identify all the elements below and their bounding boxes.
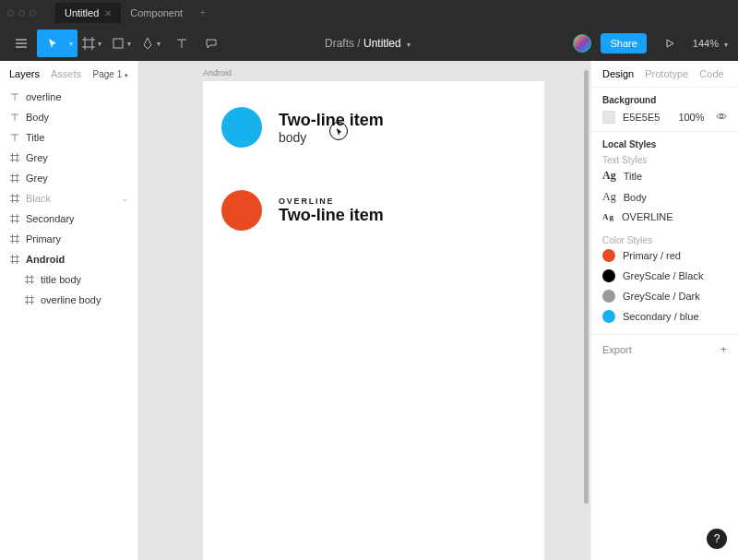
layer-name: Grey [26,173,48,184]
present-icon[interactable] [656,30,684,57]
layer-name: Grey [26,152,48,163]
item-title: Two-line item [279,206,384,225]
svg-rect-11 [113,39,123,48]
text-style-title[interactable]: AgTitle [602,165,727,186]
background-hex[interactable]: E5E5E5 [623,112,660,123]
text-layer-icon [9,112,20,123]
tab-component[interactable]: Component [121,3,192,23]
window-min-icon[interactable] [18,10,25,17]
frame-layer-icon [9,152,20,163]
color-dot-icon [602,290,615,303]
avatar-circle-icon [221,190,262,231]
color-swatch-icon[interactable] [602,111,615,124]
layer-name: Black [26,193,51,204]
breadcrumb[interactable]: Drafts / Untitled ▾ [325,37,413,50]
color-dot-icon [602,310,615,323]
layer-name: Body [26,112,49,123]
frame-layer-icon [9,193,20,204]
frame-label: Android [203,68,232,77]
layer-row[interactable]: overline [0,87,137,107]
shape-tool[interactable]: ▾ [109,30,137,57]
color-style-primary[interactable]: Primary / red [602,245,727,266]
tab-untitled[interactable]: Untitled ✕ [55,3,121,23]
layer-name: Secondary [26,213,75,224]
layer-row[interactable]: Title [0,127,137,148]
ag-icon: Ag [602,212,614,221]
layer-name: title body [41,274,81,285]
layer-row[interactable]: title body [0,269,137,290]
layer-name: Title [26,132,44,143]
scrollbar-vertical[interactable] [584,70,589,504]
tab-assets[interactable]: Assets [51,68,81,79]
text-tool[interactable] [168,30,196,57]
layer-row[interactable]: overline body [0,290,137,310]
breadcrumb-current: Untitled [363,37,401,50]
help-button[interactable]: ? [707,529,727,549]
tab-label: Component [130,7,183,18]
tab-prototype[interactable]: Prototype [645,68,688,79]
chevron-down-icon[interactable]: ▾ [404,41,413,49]
pen-tool[interactable]: ▾ [138,30,166,57]
svg-point-52 [720,114,722,117]
canvas[interactable]: Android Two-line item body OVERLINE Two-… [138,61,590,560]
color-style-dark[interactable]: GreyScale / Dark [602,286,727,306]
layer-row[interactable]: Black⌄ [0,188,137,209]
color-styles-label: Color Styles [602,235,727,245]
layers-panel: Layers Assets Page 1 ▾ overlineBodyTitle… [0,61,138,560]
tab-code[interactable]: Code [699,68,723,79]
eye-icon[interactable] [716,111,727,124]
plus-icon[interactable]: + [720,342,727,356]
background-label: Background [602,95,727,105]
layer-row[interactable]: Android [0,249,137,269]
ag-icon: Ag [602,169,616,183]
layer-name: overline body [41,294,101,305]
local-styles-label: Local Styles [602,139,727,149]
window-close-icon[interactable] [7,10,14,17]
text-style-body[interactable]: AgBody [602,186,727,208]
layer-row[interactable]: Grey [0,168,137,188]
text-style-overline[interactable]: AgOVERLINE [602,208,727,226]
layer-row[interactable]: Body [0,107,137,127]
text-styles-label: Text Styles [602,155,727,165]
frame-layer-icon [9,233,20,244]
color-dot-icon [602,269,615,282]
list-item[interactable]: OVERLINE Two-line item [203,159,544,242]
avatar[interactable] [573,34,591,53]
share-button[interactable]: Share [601,33,646,54]
tab-design[interactable]: Design [602,68,634,79]
breadcrumb-root: Drafts [325,37,354,50]
layer-name: Android [26,254,65,265]
move-tool[interactable]: ▾ [37,30,77,57]
frame-layer-icon [9,173,20,184]
comment-tool[interactable] [197,30,225,57]
frame-android[interactable]: Android Two-line item body OVERLINE Two-… [203,81,544,560]
color-style-secondary[interactable]: Secondary / blue [602,306,727,327]
chevron-down-icon[interactable]: ▾ [66,40,76,48]
color-style-black[interactable]: GreyScale / Black [602,266,727,286]
layer-row[interactable]: Secondary [0,209,137,229]
menu-icon[interactable] [7,30,35,57]
frame-tool[interactable]: ▾ [79,30,107,57]
frame-layer-icon [9,254,20,265]
tab-layers[interactable]: Layers [9,68,40,79]
page-selector[interactable]: Page 1 ▾ [93,69,128,79]
frame-layer-icon [24,294,35,305]
color-dot-icon [602,249,615,262]
layer-row[interactable]: Grey [0,148,137,168]
export-label: Export [602,344,632,355]
zoom-level[interactable]: 144% ▾ [693,38,731,49]
toolbar: ▾ ▾ ▾ ▾ Drafts / Untitled ▾ Share 144% ▾ [0,26,738,61]
add-tab-icon[interactable]: + [199,6,206,19]
list-item[interactable]: Two-line item body [203,81,544,159]
close-icon[interactable]: ✕ [104,8,112,18]
layer-row[interactable]: Primary [0,229,137,249]
window-max-icon[interactable] [30,10,36,17]
background-opacity[interactable]: 100% [678,112,704,123]
titlebar: Untitled ✕ Component + [0,0,738,26]
text-layer-icon [9,132,20,143]
frame-layer-icon [9,213,20,224]
ag-icon: Ag [602,190,616,204]
chevron-icon[interactable]: ⌄ [122,195,128,203]
arrow-cursor-icon [336,127,343,137]
export-section[interactable]: Export + [591,334,738,363]
